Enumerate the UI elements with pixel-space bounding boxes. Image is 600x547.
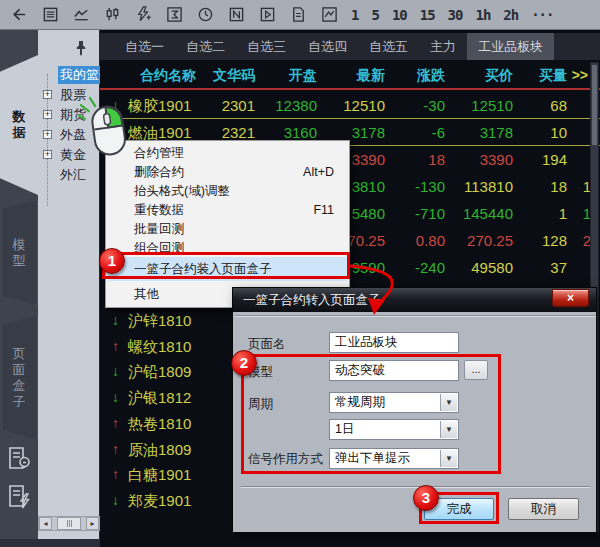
pagename-input[interactable]: 工业品板块 [329, 332, 459, 353]
sidebar-item-外汇[interactable]: 外汇 [38, 166, 100, 184]
timeframe-30[interactable]: 30 [448, 7, 463, 23]
period-detail-select[interactable]: 1日 ▼ [329, 419, 459, 440]
mini-chart-icon[interactable] [320, 6, 338, 24]
table-row[interactable]: ↓橡胶190123011238012510-301251068 [100, 92, 600, 119]
step-badge-1: 1 [99, 248, 125, 274]
up-arrow-icon: ↑ [112, 436, 119, 463]
expand-plus-icon[interactable]: + [43, 110, 52, 119]
column-header-买量[interactable]: 买量 [539, 62, 567, 88]
expand-plus-icon[interactable]: + [43, 130, 52, 139]
chevron-down-icon[interactable]: ▼ [440, 394, 457, 411]
quote-tab-自选二[interactable]: 自选二 [175, 33, 236, 60]
trend-line-icon[interactable] [72, 6, 90, 24]
menu-item-删除合约[interactable]: 删除合约Alt+D [108, 163, 348, 182]
timeframe-···[interactable]: ··· [531, 7, 553, 23]
period-select[interactable]: 常规周期 ▼ [329, 392, 459, 413]
model-browse-button[interactable]: ... [464, 360, 488, 380]
scroll-left-arrow[interactable]: ◂ [39, 517, 52, 530]
menu-item-label: 其他 [134, 287, 159, 301]
quote-tab-自选五[interactable]: 自选五 [358, 33, 419, 60]
cell-value: 68 [550, 92, 567, 119]
menu-item-label: 合约管理 [134, 146, 184, 160]
tab-label-char: 模 [13, 237, 26, 253]
contract-name: 橡胶1901 [128, 92, 191, 119]
quote-tab-自选三[interactable]: 自选三 [236, 33, 297, 60]
timeframe-2h[interactable]: 2h [503, 7, 518, 23]
contract-name: 热卷1810 [128, 410, 191, 437]
basket-to-pagebox-dialog: 一篮子合约转入页面盒子 × 页面名 工业品板块 模型 动态突破 ... 周期 常… [232, 287, 597, 533]
dialog-titlebar[interactable]: 一篮子合约转入页面盒子 [233, 288, 596, 312]
quote-tab-工业品板块[interactable]: 工业品板块 [467, 33, 554, 60]
playback-icon[interactable] [258, 6, 276, 24]
scroll-right-arrow[interactable]: ▸ [86, 517, 99, 530]
contract-name: 沪铅1809 [128, 358, 191, 385]
cell-value: 3390 [352, 146, 385, 173]
signal-mode-select-value: 弹出下单提示 [335, 451, 410, 465]
column-header-文华码[interactable]: 文华码 [213, 62, 255, 88]
menu-shortcut: Alt+D [303, 163, 334, 182]
quote-table-icon[interactable] [41, 6, 59, 24]
step-badge-2: 2 [231, 350, 257, 376]
expand-plus-icon[interactable]: + [43, 90, 52, 99]
tab-label-char: 数 [13, 109, 26, 125]
formula-sigma-icon[interactable] [165, 6, 183, 24]
cell-value: -6 [432, 119, 445, 146]
menu-item-合约管理[interactable]: 合约管理 [108, 144, 348, 163]
close-button[interactable]: × [552, 289, 589, 307]
pin-icon[interactable] [75, 40, 87, 56]
scrollbar-thumb[interactable] [592, 65, 597, 145]
cell-value: 3390 [480, 146, 513, 173]
chevron-down-icon[interactable]: ▼ [440, 421, 457, 438]
menu-item-重传数据[interactable]: 重传数据F11 [108, 201, 348, 220]
scrollbar-thumb[interactable] [57, 517, 81, 530]
menu-item-组合回测[interactable]: 组合回测 [108, 239, 348, 258]
chevron-down-icon[interactable]: ▼ [440, 450, 457, 467]
column-header-涨跌[interactable]: 涨跌 [417, 62, 445, 88]
left-tab-3[interactable]: 页面盒子 [0, 315, 38, 440]
timeframe-5[interactable]: 5 [371, 7, 378, 23]
column-header-买价[interactable]: 买价 [485, 62, 513, 88]
column-header-开盘[interactable]: 开盘 [289, 62, 317, 88]
menu-item-一篮子合约装入页面盒子[interactable]: 一篮子合约装入页面盒子 [108, 257, 348, 281]
trading-app-window: 151015301h2h··· 数据模型页面盒子 我的篮子+股票+期货+外盘+黄… [0, 0, 600, 547]
lightning-order-icon[interactable] [134, 6, 152, 24]
news-icon[interactable] [227, 6, 245, 24]
left-tab-2[interactable]: 模型 [0, 200, 38, 305]
menu-item-label: 批量回测 [134, 222, 184, 236]
timeframe-15[interactable]: 15 [420, 7, 435, 23]
quote-tab-主力[interactable]: 主力 [419, 33, 467, 60]
cell-value: 113810 [464, 173, 513, 200]
cell-value: 18 [550, 173, 567, 200]
cell-value: 145440 [463, 200, 513, 227]
clock-icon[interactable] [196, 6, 214, 24]
cell-value: 2301 [222, 92, 255, 119]
expand-plus-icon[interactable]: + [43, 150, 52, 159]
model-input[interactable]: 动态突破 [329, 360, 459, 381]
signal-mode-select[interactable]: 弹出下单提示 ▼ [329, 448, 459, 469]
back-arrow-icon[interactable] [10, 6, 28, 24]
more-columns-indicator[interactable]: >> [572, 62, 588, 88]
candlestick-icon[interactable] [103, 6, 121, 24]
column-header-最新[interactable]: 最新 [357, 62, 385, 88]
menu-item-批量回测[interactable]: 批量回测 [108, 220, 348, 239]
cell-value: -30 [423, 92, 445, 119]
cancel-button[interactable]: 取消 [508, 498, 579, 520]
model-flash-icon[interactable] [6, 483, 32, 509]
column-header-合约名称[interactable]: 合约名称 [140, 62, 196, 88]
quote-tab-自选四[interactable]: 自选四 [297, 33, 358, 60]
contract-name: 原油1809 [128, 436, 191, 463]
model-idea-icon[interactable] [6, 445, 32, 471]
quote-tab-自选一[interactable]: 自选一 [114, 33, 175, 60]
report-icon[interactable] [289, 6, 307, 24]
menu-item-label: 一篮子合约装入页面盒子 [134, 262, 272, 276]
sidebar-item-我的篮子[interactable]: 我的篮子 [38, 66, 100, 84]
timeframe-10[interactable]: 10 [392, 7, 407, 23]
menu-item-抬头格式(域)调整[interactable]: 抬头格式(域)调整 [108, 182, 348, 201]
timeframe-1[interactable]: 1 [351, 7, 358, 23]
period-detail-select-value: 1日 [335, 422, 354, 436]
main-toolbar: 151015301h2h··· [0, 0, 600, 30]
left-tab-1[interactable]: 数据 [0, 55, 38, 195]
timeframe-1h[interactable]: 1h [475, 7, 490, 23]
cell-value: 12380 [275, 92, 317, 119]
sidebar-horizontal-scrollbar[interactable]: ◂ ▸ [38, 516, 100, 531]
